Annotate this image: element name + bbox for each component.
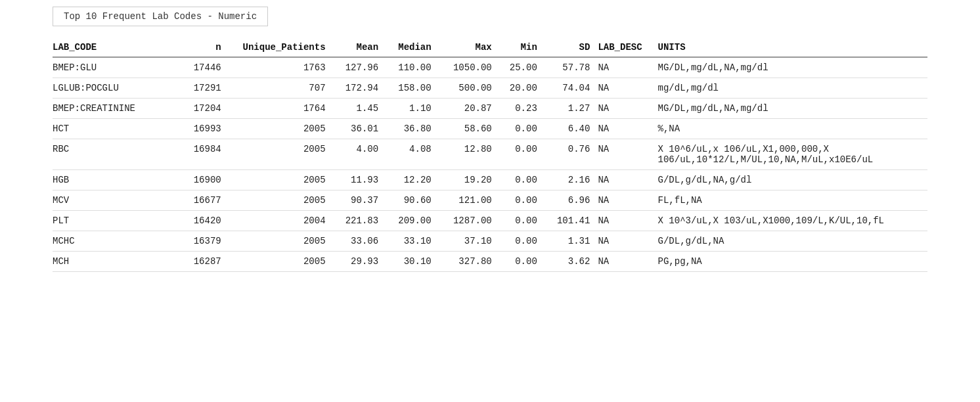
cell-n: 16379	[181, 231, 227, 252]
table-body: BMEP:GLU174461763127.96110.001050.0025.0…	[53, 57, 927, 272]
cell-median: 158.00	[384, 78, 437, 99]
cell-max: 58.60	[437, 119, 497, 139]
cell-sd: 57.78	[543, 57, 596, 78]
cell-median: 209.00	[384, 211, 437, 231]
cell-lab-code: RBC	[53, 139, 181, 170]
cell-min: 0.00	[497, 252, 543, 272]
cell-max: 20.87	[437, 99, 497, 119]
table-row: RBC1698420054.004.0812.800.000.76NAX 10^…	[53, 139, 927, 170]
col-header-median: Median	[384, 38, 437, 57]
cell-unique-patients: 2005	[227, 170, 331, 190]
cell-lab-code: HCT	[53, 119, 181, 139]
cell-unique-patients: 2005	[227, 190, 331, 211]
cell-units: MG/DL,mg/dL,NA,mg/dl	[656, 57, 927, 78]
table-row: HCT16993200536.0136.8058.600.006.40NA%,N…	[53, 119, 927, 139]
cell-mean: 90.37	[331, 190, 384, 211]
cell-sd: 3.62	[543, 252, 596, 272]
table-row: MCV16677200590.3790.60121.000.006.96NAFL…	[53, 190, 927, 211]
cell-max: 19.20	[437, 170, 497, 190]
cell-lab-desc: NA	[595, 252, 655, 272]
cell-units: MG/DL,mg/dL,NA,mg/dl	[656, 99, 927, 119]
cell-n: 16993	[181, 119, 227, 139]
cell-median: 110.00	[384, 57, 437, 78]
col-header-lab-code: LAB_CODE	[53, 38, 181, 57]
cell-lab-code: BMEP:CREATININE	[53, 99, 181, 119]
cell-max: 12.80	[437, 139, 497, 170]
cell-lab-desc: NA	[595, 78, 655, 99]
cell-lab-code: HGB	[53, 170, 181, 190]
cell-max: 37.10	[437, 231, 497, 252]
cell-mean: 1.45	[331, 99, 384, 119]
cell-n: 16900	[181, 170, 227, 190]
cell-lab-desc: NA	[595, 139, 655, 170]
cell-mean: 4.00	[331, 139, 384, 170]
cell-n: 17204	[181, 99, 227, 119]
cell-lab-desc: NA	[595, 99, 655, 119]
cell-median: 1.10	[384, 99, 437, 119]
cell-units: X 10^6/uL,x 106/uL,X1,000,000,X 106/uL,1…	[656, 139, 927, 170]
cell-unique-patients: 2004	[227, 211, 331, 231]
table-title: Top 10 Frequent Lab Codes - Numeric	[53, 7, 268, 26]
cell-median: 12.20	[384, 170, 437, 190]
col-header-n: n	[181, 38, 227, 57]
cell-lab-code: MCHC	[53, 231, 181, 252]
cell-min: 25.00	[497, 57, 543, 78]
cell-max: 1050.00	[437, 57, 497, 78]
cell-max: 121.00	[437, 190, 497, 211]
table-row: MCHC16379200533.0633.1037.100.001.31NAG/…	[53, 231, 927, 252]
cell-sd: 74.04	[543, 78, 596, 99]
cell-lab-desc: NA	[595, 190, 655, 211]
header-row: LAB_CODE n Unique_Patients Mean Median M…	[53, 38, 927, 57]
cell-n: 17291	[181, 78, 227, 99]
cell-unique-patients: 2005	[227, 252, 331, 272]
cell-unique-patients: 2005	[227, 119, 331, 139]
cell-sd: 0.76	[543, 139, 596, 170]
col-header-unique-patients: Unique_Patients	[227, 38, 331, 57]
cell-sd: 2.16	[543, 170, 596, 190]
cell-sd: 1.31	[543, 231, 596, 252]
cell-sd: 1.27	[543, 99, 596, 119]
cell-units: mg/dL,mg/dl	[656, 78, 927, 99]
cell-n: 17446	[181, 57, 227, 78]
table-row: PLT164202004221.83209.001287.000.00101.4…	[53, 211, 927, 231]
cell-min: 0.00	[497, 119, 543, 139]
cell-units: PG,pg,NA	[656, 252, 927, 272]
cell-units: G/DL,g/dL,NA	[656, 231, 927, 252]
cell-lab-desc: NA	[595, 170, 655, 190]
cell-lab-code: BMEP:GLU	[53, 57, 181, 78]
cell-lab-desc: NA	[595, 231, 655, 252]
cell-mean: 33.06	[331, 231, 384, 252]
cell-mean: 11.93	[331, 170, 384, 190]
cell-median: 90.60	[384, 190, 437, 211]
cell-lab-desc: NA	[595, 211, 655, 231]
cell-lab-code: PLT	[53, 211, 181, 231]
cell-min: 0.00	[497, 231, 543, 252]
table-row: MCH16287200529.9330.10327.800.003.62NAPG…	[53, 252, 927, 272]
table-row: BMEP:GLU174461763127.96110.001050.0025.0…	[53, 57, 927, 78]
cell-median: 36.80	[384, 119, 437, 139]
cell-n: 16287	[181, 252, 227, 272]
cell-median: 30.10	[384, 252, 437, 272]
cell-n: 16420	[181, 211, 227, 231]
table-header: LAB_CODE n Unique_Patients Mean Median M…	[53, 38, 927, 57]
cell-mean: 29.93	[331, 252, 384, 272]
cell-max: 500.00	[437, 78, 497, 99]
cell-min: 0.00	[497, 190, 543, 211]
cell-unique-patients: 1764	[227, 99, 331, 119]
cell-lab-code: LGLUB:POCGLU	[53, 78, 181, 99]
cell-unique-patients: 2005	[227, 139, 331, 170]
cell-lab-desc: NA	[595, 119, 655, 139]
table-row: LGLUB:POCGLU17291707172.94158.00500.0020…	[53, 78, 927, 99]
page-container: Top 10 Frequent Lab Codes - Numeric LAB_…	[0, 0, 980, 402]
cell-sd: 6.40	[543, 119, 596, 139]
cell-max: 1287.00	[437, 211, 497, 231]
cell-min: 0.00	[497, 211, 543, 231]
cell-units: X 10^3/uL,X 103/uL,X1000,109/L,K/UL,10,f…	[656, 211, 927, 231]
cell-min: 0.23	[497, 99, 543, 119]
col-header-max: Max	[437, 38, 497, 57]
table-row: HGB16900200511.9312.2019.200.002.16NAG/D…	[53, 170, 927, 190]
cell-min: 0.00	[497, 170, 543, 190]
cell-units: %,NA	[656, 119, 927, 139]
cell-unique-patients: 707	[227, 78, 331, 99]
col-header-units: UNITS	[656, 38, 927, 57]
